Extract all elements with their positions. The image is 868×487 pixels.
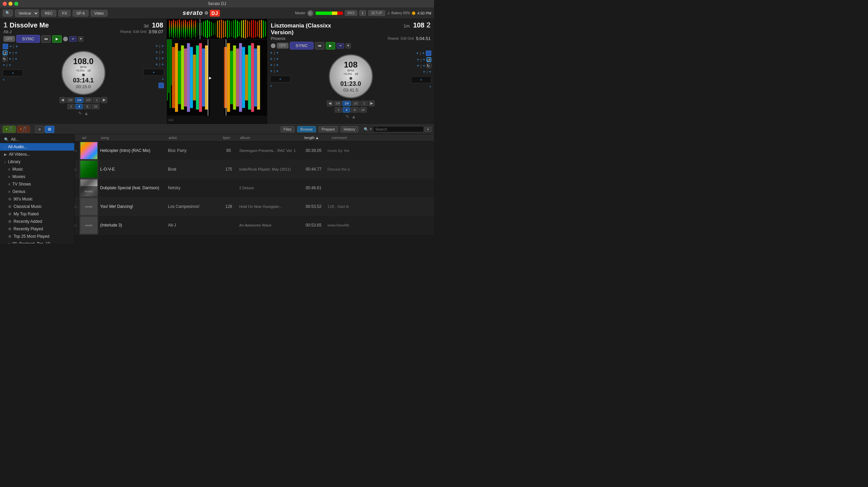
deck-1-sync-button[interactable]: SYNC: [16, 35, 40, 43]
sidebar-item-recently-added[interactable]: ⚙ Recently Added: [0, 218, 74, 225]
maximize-button[interactable]: [14, 2, 18, 6]
deck-2-knob[interactable]: [271, 43, 276, 48]
deck-2-pitch-icon[interactable]: ✎: [345, 114, 350, 119]
deck-1-knob[interactable]: [63, 37, 68, 41]
prepare-button[interactable]: Prepare: [319, 126, 338, 132]
deck-2-loop-icon[interactable]: ↺: [427, 57, 431, 62]
midi-button[interactable]: MIDI: [345, 10, 357, 16]
deck-2-plus-7[interactable]: +: [270, 69, 272, 74]
deck-1-r-plus-7[interactable]: +: [155, 62, 158, 67]
deck-1-loop-btn[interactable]: ⇄: [69, 36, 77, 42]
sidebar-item-top-rated[interactable]: ⚙ My Top Rated: [0, 210, 74, 218]
deck-2-plus-6[interactable]: +: [276, 63, 279, 67]
rec-button[interactable]: REC: [41, 10, 56, 17]
history-button[interactable]: History: [341, 126, 358, 132]
table-row[interactable]: ▷ serato (Interlude 3) Alt-J An Awesome …: [75, 216, 434, 235]
tracklist-body[interactable]: ▷ Helicopter (Intro) (RAC Mix) Bloc Part…: [75, 141, 434, 244]
deck-1-key-icon[interactable]: ▲: [84, 111, 89, 116]
sidebar-item-movies[interactable]: ≡ Movies: [0, 173, 74, 180]
deck-2-beat-1-2[interactable]: 1/2: [352, 101, 360, 106]
deck-2-sub-icon[interactable]: ↻: [427, 63, 431, 68]
sidebar-item-music[interactable]: ≡ Music: [0, 165, 74, 173]
deck-2-prev-arrow[interactable]: ◀: [327, 100, 333, 106]
deck-1-r-plus-5[interactable]: +: [155, 56, 158, 61]
deck-2-plus-3[interactable]: +: [270, 57, 272, 61]
deck-1-beat-1-4[interactable]: 1/4: [75, 97, 83, 103]
browse-button[interactable]: Browse: [297, 126, 316, 132]
master-knob[interactable]: [307, 10, 314, 16]
sidebar-item-tv[interactable]: ≡ TV Shows: [0, 180, 74, 188]
deck-2-plus-8[interactable]: +: [276, 69, 279, 74]
deck-1-r-plus-4[interactable]: +: [162, 50, 164, 55]
deck-1-repeat[interactable]: Repeat: [120, 30, 131, 34]
deck-1-shield-icon[interactable]: [3, 44, 8, 49]
sidebar-item-all[interactable]: 🔍 All...: [0, 136, 74, 143]
table-row[interactable]: Netsky Dubplate Special (feat. Darrison)…: [75, 179, 434, 197]
table-row[interactable]: ▷ L-O-V-E Boat 175 Indie/Rock Playlist: …: [75, 160, 434, 179]
deck-2-plus-2[interactable]: +: [276, 51, 279, 55]
deck-2-quantize-btn[interactable]: ▼: [345, 43, 351, 48]
deck-1-editgrid[interactable]: Edit Grid: [133, 30, 147, 34]
search-filter-icon[interactable]: ▼: [369, 128, 372, 131]
deck-1-beat-2[interactable]: 2: [67, 104, 75, 109]
deck-1-prev-arrow[interactable]: ◀: [59, 97, 65, 103]
sidebar-item-all-videos[interactable]: ▶ All Videos...: [0, 151, 74, 158]
deck-2-sync-button[interactable]: SYNC: [290, 42, 314, 50]
deck-2-r-plus-2[interactable]: +: [422, 51, 424, 56]
sp6-button[interactable]: SP-6: [73, 10, 88, 17]
deck-1-r-add-label[interactable]: +: [162, 77, 164, 81]
deck-1-beat-16[interactable]: 16: [92, 104, 99, 109]
sidebar-item-beatport[interactable]: ≡ 00_Beatport_Top_10: [0, 240, 74, 244]
col-header-comment[interactable]: comment: [329, 136, 434, 140]
col-header-art[interactable]: art: [79, 136, 98, 140]
deck-2-play-button[interactable]: ▶: [326, 42, 335, 50]
deck-2-loop-btn[interactable]: ⇄: [337, 43, 344, 48]
deck-2-bpm-dial[interactable]: 108 BPM +0.0% ±8 01:23.0 03:41.5: [329, 54, 373, 98]
sidebar-item-recently-played[interactable]: ⚙ Recently Played: [0, 225, 74, 233]
deck-2-key-icon[interactable]: ▲: [352, 114, 356, 119]
deck-2-shield-icon[interactable]: [426, 51, 431, 56]
deck-1-beat-1-2[interactable]: 1/2: [84, 97, 93, 103]
grid-view-button[interactable]: ⊞: [45, 126, 54, 133]
list-view-button[interactable]: ≡: [35, 126, 44, 133]
minimize-button[interactable]: [8, 2, 13, 6]
deck-2-off-button[interactable]: OFF: [277, 43, 288, 48]
deck-1-r-plus-8[interactable]: +: [162, 62, 164, 67]
deck-1-beat-8[interactable]: 8: [83, 104, 91, 109]
deck-1-quantize-btn[interactable]: ▼: [78, 36, 83, 42]
deck-1-add-label[interactable]: +: [3, 78, 26, 82]
deck-2-beat-4[interactable]: 4: [343, 107, 350, 113]
files-button[interactable]: Files: [281, 126, 295, 132]
col-header-bpm[interactable]: bpm: [220, 136, 237, 140]
deck-2-add-label[interactable]: +: [270, 84, 294, 88]
deck-1-r-cue-box[interactable]: +: [144, 69, 164, 76]
deck-2-prev-button[interactable]: ⏮: [315, 42, 324, 50]
deck-2-plus-4[interactable]: +: [276, 57, 279, 61]
sidebar-item-90s[interactable]: ⚙ 90's Music: [0, 195, 74, 203]
deck-1-cue-plus[interactable]: +: [12, 71, 14, 75]
deck-2-repeat[interactable]: Repeat: [388, 37, 398, 40]
deck-1-r-plus-2[interactable]: +: [162, 44, 164, 48]
table-row[interactable]: ▷ serato You! Me! Dancing! Los Campesino…: [75, 197, 434, 216]
deck-1-plus-1[interactable]: +: [10, 44, 12, 49]
deck-1-loop-icon[interactable]: ↺: [3, 51, 7, 55]
deck-1-plus-5[interactable]: +: [9, 57, 11, 61]
deck-1-off-button[interactable]: OFF: [3, 36, 15, 42]
vertical-select[interactable]: Vertical: [15, 9, 39, 17]
overview-waveform[interactable]: [167, 19, 267, 39]
fx-button[interactable]: FX: [58, 10, 71, 17]
deck-2-beat-1-8[interactable]: 1/8: [334, 101, 342, 106]
deck-2-beat-8[interactable]: 8: [351, 107, 358, 113]
sidebar-item-library[interactable]: ♪ Library: [0, 158, 74, 165]
sidebar-item-top25[interactable]: ⚙ Top 25 Most Played: [0, 233, 74, 240]
deck-2-r-add-label[interactable]: +: [429, 85, 431, 89]
deck-1-plus-7[interactable]: +: [3, 63, 5, 67]
deck-1-prev-button[interactable]: ⏮: [41, 35, 51, 43]
deck-2-r-cue-box[interactable]: +: [411, 76, 431, 83]
deck-2-next-arrow[interactable]: ▶: [369, 100, 375, 106]
col-header-album[interactable]: album: [237, 136, 302, 140]
deck-1-shield-right[interactable]: [158, 83, 164, 88]
close-button[interactable]: [3, 2, 7, 6]
deck-1-plus-2[interactable]: +: [16, 44, 18, 49]
col-header-song[interactable]: song: [98, 136, 166, 140]
